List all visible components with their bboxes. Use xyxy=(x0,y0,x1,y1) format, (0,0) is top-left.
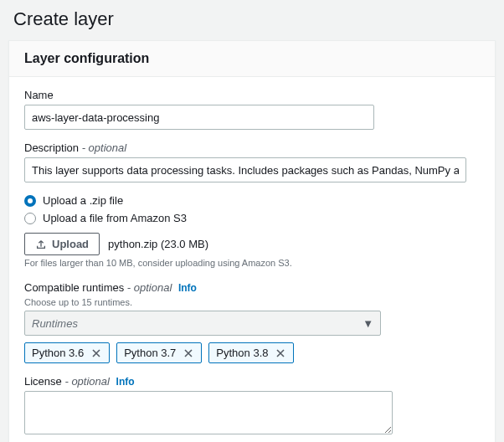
upload-hint: For files larger than 10 MB, consider up… xyxy=(24,258,480,268)
radio-upload-s3-label: Upload a file from Amazon S3 xyxy=(43,212,187,224)
name-label: Name xyxy=(24,89,480,101)
radio-selected-icon xyxy=(24,195,36,207)
runtimes-select[interactable]: Runtimes ▼ xyxy=(24,311,381,336)
runtime-token-label: Python 3.8 xyxy=(216,347,268,359)
runtimes-info-link[interactable]: Info xyxy=(178,282,197,294)
description-label-text: Description xyxy=(24,141,79,154)
license-textarea[interactable] xyxy=(24,391,393,434)
radio-upload-zip-label: Upload a .zip file xyxy=(43,194,123,207)
close-icon[interactable] xyxy=(183,347,194,359)
runtimes-field: Compatible runtimes - optional Info Choo… xyxy=(24,281,480,363)
runtimes-placeholder: Runtimes xyxy=(32,317,78,330)
license-info-link[interactable]: Info xyxy=(116,376,135,388)
license-label: License - optional Info xyxy=(24,375,480,388)
radio-unselected-icon xyxy=(24,213,36,224)
close-icon[interactable] xyxy=(275,347,286,359)
runtime-token-label: Python 3.7 xyxy=(124,347,176,359)
layer-config-panel: Layer configuration Name Description - o… xyxy=(8,40,496,442)
license-label-text: License xyxy=(24,375,62,388)
description-optional: - optional xyxy=(82,141,126,154)
runtime-token: Python 3.7 xyxy=(116,342,202,363)
description-field: Description - optional xyxy=(24,141,480,182)
runtimes-subhint: Choose up to 15 runtimes. xyxy=(24,297,480,307)
chevron-down-icon: ▼ xyxy=(363,317,373,330)
radio-upload-zip[interactable]: Upload a .zip file xyxy=(24,194,480,207)
runtimes-label: Compatible runtimes - optional Info xyxy=(24,281,480,294)
runtimes-tokens: Python 3.6 Python 3.7 Python 3.8 xyxy=(24,342,480,363)
source-radio-group: Upload a .zip file Upload a file from Am… xyxy=(24,194,480,224)
close-icon[interactable] xyxy=(90,347,102,359)
radio-upload-s3[interactable]: Upload a file from Amazon S3 xyxy=(24,212,480,224)
license-field: License - optional Info xyxy=(24,375,480,437)
name-input[interactable] xyxy=(24,105,374,130)
license-optional: - optional xyxy=(64,375,109,388)
upload-button-label: Upload xyxy=(52,238,89,250)
name-field: Name xyxy=(24,89,480,130)
panel-header: Layer configuration xyxy=(9,41,495,77)
runtimes-label-text: Compatible runtimes xyxy=(24,281,124,294)
runtime-token: Python 3.6 xyxy=(24,342,110,363)
upload-field: Upload python.zip (23.0 MB) For files la… xyxy=(24,233,480,268)
description-label: Description - optional xyxy=(24,141,480,154)
upload-icon xyxy=(35,239,47,250)
runtimes-optional: - optional xyxy=(127,281,172,294)
page-title: Create layer xyxy=(0,0,504,40)
runtime-token-label: Python 3.6 xyxy=(32,347,84,359)
runtime-token: Python 3.8 xyxy=(208,342,294,363)
uploaded-file-name: python.zip (23.0 MB) xyxy=(108,238,208,250)
description-input[interactable] xyxy=(24,157,466,182)
upload-button[interactable]: Upload xyxy=(24,233,100,255)
